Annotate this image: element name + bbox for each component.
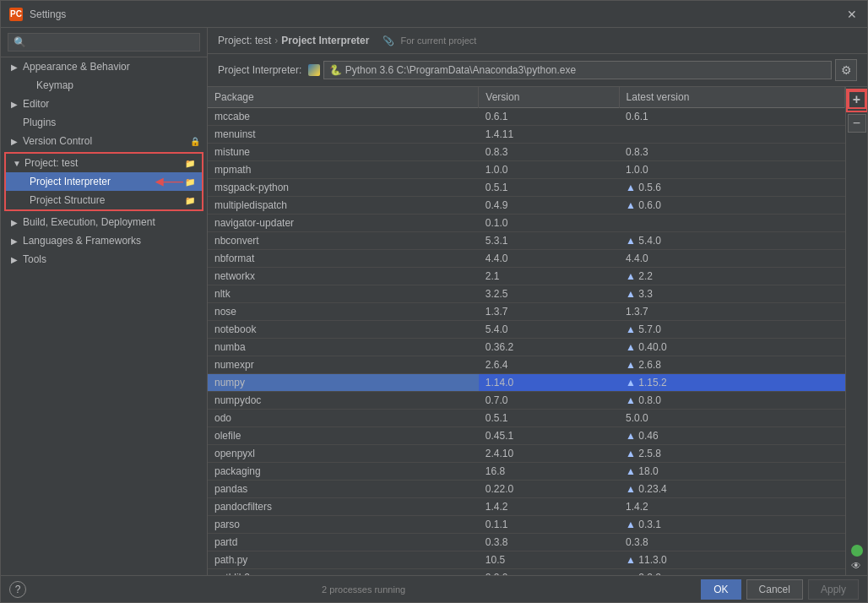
help-button[interactable]: ?: [9, 581, 26, 598]
table-row[interactable]: pandas0.22.0▲ 0.23.4: [208, 481, 845, 498]
cancel-button[interactable]: Cancel: [746, 579, 803, 600]
package-version: 0.1.0: [479, 215, 619, 232]
package-name: mistune: [208, 144, 479, 161]
add-package-button[interactable]: +: [848, 90, 866, 109]
eye-icon: 👁: [851, 560, 863, 572]
sidebar-item-tools[interactable]: ▶ Tools: [1, 250, 207, 269]
package-latest: ▲ 0.6.0: [619, 197, 844, 215]
package-version: 0.7.0: [479, 392, 619, 410]
package-name: parso: [208, 516, 479, 534]
package-name: numexpr: [208, 356, 479, 374]
package-latest: ▲ 5.7.0: [619, 321, 844, 339]
table-row[interactable]: notebook5.4.0▲ 5.7.0: [208, 321, 845, 339]
apply-button[interactable]: Apply: [808, 579, 859, 600]
table-row[interactable]: mistune0.8.30.8.3: [208, 144, 845, 161]
right-panel: Project: test › Project Interpreter 📎 Fo…: [208, 28, 867, 575]
table-row[interactable]: nbformat4.4.04.4.0: [208, 250, 845, 268]
sidebar-item-build[interactable]: ▶ Build, Execution, Deployment: [1, 213, 207, 231]
table-row[interactable]: numpy1.14.0▲ 1.15.2: [208, 374, 845, 392]
table-row[interactable]: numba0.36.2▲ 0.40.0: [208, 339, 845, 356]
breadcrumb-separator: ›: [274, 35, 278, 46]
col-version: Version: [479, 87, 619, 108]
package-name: multipledispatch: [208, 197, 479, 215]
search-input[interactable]: [8, 33, 200, 52]
table-row[interactable]: networkx2.1▲ 2.2: [208, 268, 845, 285]
package-latest: 4.4.0: [619, 250, 844, 268]
table-row[interactable]: numpydoc0.7.0▲ 0.8.0: [208, 392, 845, 410]
sidebar-item-keymap[interactable]: Keymap: [1, 76, 207, 95]
arrow-icon: ▶: [11, 236, 19, 246]
bottom-bar: ? 2 processes running OK Cancel Apply: [1, 575, 867, 602]
package-latest: 0.3.8: [619, 534, 844, 551]
table-row[interactable]: nbconvert5.3.1▲ 5.4.0: [208, 232, 845, 250]
table-row[interactable]: pathlib22.3.0▲ 2.3.2: [208, 569, 845, 576]
package-name: pandas: [208, 481, 479, 498]
package-latest: 0.8.3: [619, 144, 844, 161]
sidebar-item-languages[interactable]: ▶ Languages & Frameworks: [1, 231, 207, 250]
package-version: 2.1: [479, 268, 619, 285]
package-version: 1.4.2: [479, 498, 619, 516]
table-row[interactable]: nltk3.2.5▲ 3.3: [208, 285, 845, 303]
table-row[interactable]: parso0.1.1▲ 0.3.1: [208, 516, 845, 534]
package-version: 1.14.0: [479, 374, 619, 392]
project-icon: 📁: [185, 159, 195, 168]
table-row[interactable]: navigator-updater0.1.0: [208, 215, 845, 232]
table-row[interactable]: olefile0.45.1▲ 0.46: [208, 427, 845, 445]
add-button-highlight: +: [846, 89, 868, 112]
table-row[interactable]: partd0.3.80.3.8: [208, 534, 845, 551]
package-version: 1.0.0: [479, 161, 619, 179]
package-latest: 0.6.1: [619, 108, 844, 126]
col-package: Package: [208, 87, 479, 108]
interpreter-settings-button[interactable]: ⚙: [835, 59, 857, 81]
col-latest: Latest version: [619, 87, 844, 108]
sidebar-item-project-interpreter[interactable]: Project Interpreter ◀—— 📁: [6, 172, 202, 191]
table-row[interactable]: pandocfilters1.4.21.4.2: [208, 498, 845, 516]
sidebar-item-project[interactable]: ▼ Project: test 📁: [6, 154, 202, 172]
status-icons: 👁: [851, 545, 863, 575]
package-name: numba: [208, 339, 479, 356]
package-name: nbformat: [208, 250, 479, 268]
arrow-icon: ▶: [11, 218, 19, 227]
sidebar-item-editor[interactable]: ▶ Editor: [1, 95, 207, 113]
titlebar: PC Settings ✕: [1, 1, 867, 28]
package-latest: ▲ 0.3.1: [619, 516, 844, 534]
package-version: 4.4.0: [479, 250, 619, 268]
package-latest: ▲ 0.23.4: [619, 481, 844, 498]
package-name: numpydoc: [208, 392, 479, 410]
table-row[interactable]: odo0.5.15.0.0: [208, 410, 845, 427]
settings-window: PC Settings ✕ ▶ Appearance & Behavior Ke…: [0, 0, 868, 603]
interpreter-select[interactable]: 🐍 Python 3.6 C:\ProgramData\Anaconda3\py…: [323, 61, 832, 79]
sidebar-item-version-control[interactable]: ▶ Version Control 🔒: [1, 132, 207, 150]
package-name: numpy: [208, 374, 479, 392]
close-button[interactable]: ✕: [845, 8, 859, 21]
table-row[interactable]: menuinst1.4.11: [208, 126, 845, 144]
table-row[interactable]: path.py10.5▲ 11.3.0: [208, 551, 845, 569]
package-latest: ▲ 3.3: [619, 285, 844, 303]
table-row[interactable]: mccabe0.6.10.6.1: [208, 108, 845, 126]
breadcrumb-project: Project: test: [218, 35, 271, 46]
ok-button[interactable]: OK: [701, 579, 741, 600]
package-name: nose: [208, 303, 479, 321]
arrow-icon: ▶: [11, 62, 19, 72]
table-row[interactable]: openpyxl2.4.10▲ 2.5.8: [208, 445, 845, 463]
sidebar-item-plugins[interactable]: Plugins: [1, 113, 207, 132]
package-latest: ▲ 2.6.8: [619, 356, 844, 374]
package-latest: ▲ 0.5.6: [619, 179, 844, 197]
bottom-left: ?: [9, 581, 26, 598]
package-version: 2.3.0: [479, 569, 619, 576]
table-row[interactable]: nose1.3.71.3.7: [208, 303, 845, 321]
sidebar-item-appearance[interactable]: ▶ Appearance & Behavior: [1, 57, 207, 76]
package-version: 0.4.9: [479, 197, 619, 215]
package-name: olefile: [208, 427, 479, 445]
table-row[interactable]: multipledispatch0.4.9▲ 0.6.0: [208, 197, 845, 215]
remove-package-button[interactable]: −: [848, 114, 866, 133]
table-row[interactable]: numexpr2.6.4▲ 2.6.8: [208, 356, 845, 374]
table-row[interactable]: mpmath1.0.01.0.0: [208, 161, 845, 179]
package-latest: ▲ 2.2: [619, 268, 844, 285]
sidebar-item-project-structure[interactable]: Project Structure 📁: [6, 191, 202, 209]
table-row[interactable]: packaging16.8▲ 18.0: [208, 463, 845, 481]
breadcrumb-current: Project Interpreter: [281, 35, 369, 46]
search-box: [1, 28, 207, 57]
table-row[interactable]: msgpack-python0.5.1▲ 0.5.6: [208, 179, 845, 197]
package-version: 0.8.3: [479, 144, 619, 161]
